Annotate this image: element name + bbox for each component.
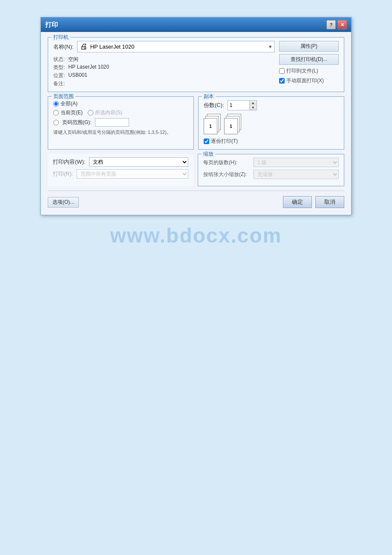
location-value: USB001 [68, 72, 275, 79]
collation-stack-1: 3 2 1 [204, 114, 221, 134]
spinner-up-button[interactable]: ▲ [250, 101, 257, 105]
footer-row: 选项(O)... 确定 取消 [48, 194, 344, 210]
copies-input-group: ▲ ▼ [228, 100, 257, 110]
print-to-file-checkbox[interactable] [279, 68, 285, 74]
collation-stack-2: 3 2 1 [224, 114, 241, 134]
all-radio-row: 全部(A) [53, 100, 188, 107]
page-sheet-1b: 1 [224, 118, 238, 134]
info-grid: 状态: 空闲 类型: HP LaserJet 1020 位置: USB001 备… [53, 56, 275, 87]
page-range-section: 页面范围 全部(A) 当前页(E) 所选内容(S) [48, 96, 194, 150]
pagerange-label: 页码范围(G): [62, 119, 92, 126]
dialog-wrapper: 打印 ? ✕ 打印机 名称(N): 🖨 HP LaserJet 1020 [40, 17, 352, 247]
collation-preview: 3 2 1 3 2 1 [204, 114, 339, 134]
printer-dropdown[interactable]: 🖨 HP LaserJet 1020 ▾ [77, 41, 275, 52]
location-label: 位置: [53, 72, 65, 79]
watermark: www.bdocx.com [110, 224, 282, 247]
print-label: 打印(R): [53, 170, 73, 178]
copies-row: 份数(C): ▲ ▼ [204, 100, 339, 110]
print-to-file-row: 打印到文件(L) [279, 67, 339, 75]
page-range-section-title: 页面范围 [52, 93, 75, 100]
zoom-section: 缩放 每页的版数(H): 1 版 按纸张大小缩放(Z): 无缩放 [198, 154, 344, 186]
zoom-section-title: 缩放 [202, 150, 215, 158]
dialog-title: 打印 [45, 21, 58, 29]
print-what-label: 打印内容(W): [53, 158, 86, 166]
manual-duplex-checkbox[interactable] [279, 78, 285, 84]
current-radio[interactable] [53, 110, 59, 116]
current-selection-row: 当前页(E) 所选内容(S) [53, 109, 188, 116]
note-label: 备注: [53, 80, 65, 87]
print-dialog: 打印 ? ✕ 打印机 名称(N): 🖨 HP LaserJet 1020 [40, 17, 352, 215]
type-label: 类型: [53, 64, 65, 71]
page-hint: 请键入页码和/或用逗号分隔的页码范围(例如: 1,3,5-12)。 [53, 129, 188, 136]
spinner-down-button[interactable]: ▼ [250, 105, 257, 110]
pages-per-sheet-select: 1 版 [254, 158, 339, 167]
all-radio[interactable] [53, 101, 59, 107]
pagerange-radio[interactable] [53, 120, 59, 125]
note-value [68, 80, 275, 87]
title-bar-buttons: ? ✕ [326, 20, 347, 29]
title-bar-left: 打印 [45, 21, 58, 29]
printer-icon: 🖨 [80, 42, 88, 51]
dialog-body: 打印机 名称(N): 🖨 HP LaserJet 1020 ▾ 状态: [41, 32, 351, 215]
collate-checkbox[interactable] [204, 139, 209, 144]
properties-button[interactable]: 属性(P) [279, 41, 339, 52]
name-label: 名称(N): [53, 43, 74, 51]
printer-section: 打印机 名称(N): 🖨 HP LaserJet 1020 ▾ 状态: [48, 37, 344, 92]
bottom-sections: 打印内容(W): 文档 打印(R): 范围中所有页面 缩放 [48, 154, 344, 186]
scale-label: 按纸张大小缩放(Z): [203, 171, 250, 178]
printer-left: 名称(N): 🖨 HP LaserJet 1020 ▾ 状态: 空闲 类型: H… [53, 41, 275, 87]
collate-row: 逐份打印(T) [204, 138, 339, 145]
selection-label: 所选内容(S) [95, 109, 122, 116]
cancel-button[interactable]: 取消 [315, 196, 344, 208]
scale-row: 按纸张大小缩放(Z): 无缩放 [203, 170, 339, 179]
status-value: 空闲 [68, 56, 275, 63]
printer-section-title: 打印机 [52, 34, 70, 41]
footer-right: 确定 取消 [283, 196, 344, 208]
copies-section-title: 副本 [202, 93, 216, 100]
copies-input[interactable] [228, 101, 249, 109]
scale-select: 无缩放 [254, 170, 339, 179]
type-value: HP LaserJet 1020 [68, 64, 275, 71]
copies-section: 副本 份数(C): ▲ ▼ [198, 96, 344, 150]
page-sheet-1a: 1 [204, 118, 217, 134]
print-row: 打印(R): 范围中所有页面 [53, 169, 188, 179]
print-what-select[interactable]: 文档 [89, 157, 188, 167]
printer-right: 属性(P) 查找打印机(D)... 打印到文件(L) 手动双面打印(X) [279, 41, 339, 87]
copies-label: 份数(C): [204, 101, 224, 109]
printer-name-row: 名称(N): 🖨 HP LaserJet 1020 ▾ [53, 41, 275, 52]
manual-duplex-label: 手动双面打印(X) [286, 77, 324, 84]
print-content-section: 打印内容(W): 文档 打印(R): 范围中所有页面 [48, 154, 193, 186]
options-button[interactable]: 选项(O)... [48, 197, 79, 208]
print-select: 范围中所有页面 [77, 169, 188, 179]
current-label: 当前页(E) [61, 109, 83, 116]
help-button[interactable]: ? [326, 20, 336, 29]
close-button[interactable]: ✕ [337, 20, 347, 29]
page-range-input-row: 页码范围(G): [53, 118, 188, 127]
footer-divider [48, 191, 344, 191]
page-range-input[interactable] [95, 118, 129, 127]
middle-sections: 页面范围 全部(A) 当前页(E) 所选内容(S) [48, 96, 344, 150]
dropdown-arrow-icon: ▾ [269, 43, 272, 50]
title-bar: 打印 ? ✕ [41, 17, 351, 32]
print-what-row: 打印内容(W): 文档 [53, 157, 188, 167]
all-label: 全部(A) [61, 100, 78, 107]
manual-duplex-row: 手动双面打印(X) [279, 77, 339, 84]
collate-label: 逐份打印(T) [211, 138, 238, 145]
pages-per-sheet-row: 每页的版数(H): 1 版 [203, 158, 339, 167]
pages-per-sheet-label: 每页的版数(H): [203, 159, 250, 166]
printer-name: HP LaserJet 1020 [90, 43, 135, 50]
print-to-file-label: 打印到文件(L) [286, 67, 318, 75]
status-label: 状态: [53, 56, 65, 63]
ok-button[interactable]: 确定 [283, 196, 312, 208]
find-printer-button[interactable]: 查找打印机(D)... [279, 54, 339, 65]
selection-radio[interactable] [88, 110, 93, 116]
spinner-buttons: ▲ ▼ [249, 101, 257, 110]
